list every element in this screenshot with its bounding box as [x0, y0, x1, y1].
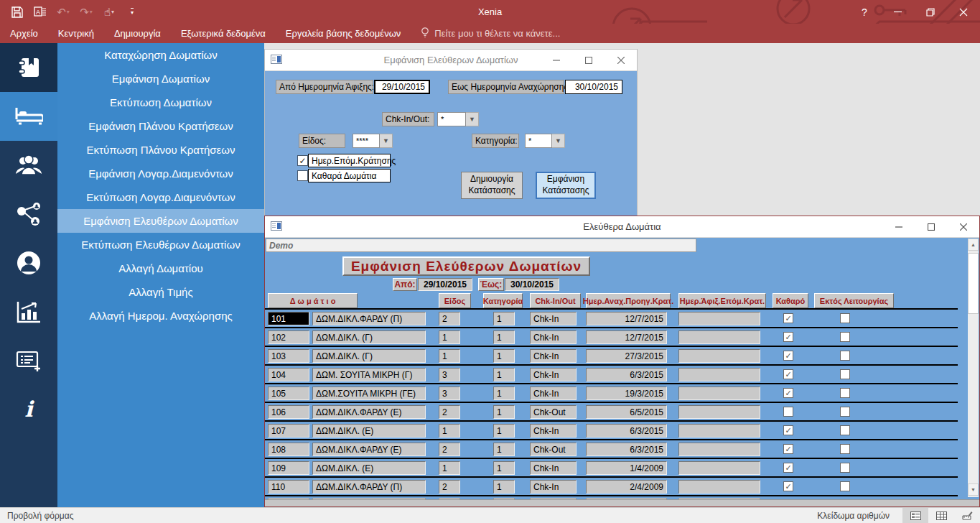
out-of-service-checkbox[interactable] — [840, 425, 850, 435]
report-close-button[interactable] — [947, 216, 979, 238]
room-name-field[interactable]: ΔΩΜ.ΣΟΥΙΤΑ ΜΙΚΡΗ (ΓΕ) — [312, 387, 426, 400]
clean-checkbox[interactable]: ✓ — [783, 332, 793, 342]
room-category-field[interactable]: 1 — [493, 480, 515, 494]
room-type-field[interactable]: 1 — [439, 349, 460, 363]
clean-checkbox[interactable]: ✓ — [783, 425, 793, 435]
room-type-field[interactable]: 2 — [439, 443, 460, 456]
room-number-field[interactable]: 102 — [268, 330, 309, 344]
share-icon[interactable] — [0, 190, 57, 239]
chk-in-out-field[interactable]: Chk-In — [530, 330, 577, 344]
room-category-field[interactable]: 1 — [493, 443, 515, 456]
person-icon[interactable] — [0, 239, 57, 287]
room-name-field[interactable]: ΔΩΜ.ΔΙΚΛ.ΦΑΡΔΥ (Ε) — [312, 443, 426, 456]
chevron-down-icon[interactable]: ▼ — [380, 134, 393, 148]
nav-item-8[interactable]: Εκτύπωση Ελευθέρων Δωματίων — [57, 233, 264, 256]
nav-item-7[interactable]: Εμφάνιση Ελευθέρων Δωματίων — [57, 209, 264, 233]
guests-icon[interactable] — [0, 141, 57, 190]
next-arrival-date-field[interactable] — [678, 330, 760, 344]
nav-item-11[interactable]: Αλλαγή Ημερομ. Αναχώρησης — [57, 304, 264, 328]
room-name-field[interactable]: ΔΩΜ.ΔΙΚΛ. (Γ) — [312, 349, 426, 363]
chk-in-out-field[interactable]: Chk-In — [530, 312, 577, 325]
datasheet-view-icon[interactable] — [928, 508, 954, 523]
undo-icon[interactable]: ↶▾ — [53, 3, 73, 22]
out-of-service-checkbox[interactable] — [840, 407, 850, 417]
stats-icon[interactable] — [0, 287, 57, 336]
next-arrival-date-field[interactable] — [678, 368, 760, 381]
nav-item-10[interactable]: Αλλαγή Τιμής — [57, 280, 264, 304]
chk-in-out-field[interactable]: Chk-In — [530, 424, 577, 438]
room-type-field[interactable]: 1 — [439, 330, 460, 344]
room-name-field[interactable]: ΔΩΜ.ΔΙΚΛ.ΦΑΡΔΥ (Ε) — [312, 405, 426, 419]
prev-departure-date-field[interactable]: 6/3/2015 — [586, 368, 667, 381]
ribbon-tab-4[interactable]: Εργαλεία βάσης δεδομένων — [276, 24, 411, 43]
category-combo[interactable]: *▼ — [525, 134, 565, 148]
vertical-scrollbar[interactable]: ▲ ▼ — [968, 239, 979, 497]
room-number-field[interactable]: 105 — [268, 387, 309, 400]
clean-checkbox[interactable]: ✓ — [783, 388, 793, 398]
room-name-field[interactable]: ΔΩΜ.ΔΙΚΛ.ΦΑΡΔΥ (Π) — [312, 480, 426, 494]
chk-in-out-field[interactable]: Chk-In — [530, 368, 577, 381]
next-arrival-date-field[interactable] — [678, 405, 760, 419]
next-arrival-date-field[interactable] — [678, 387, 760, 400]
customize-qat-icon[interactable]: ▾ — [122, 3, 142, 22]
room-type-field[interactable]: 1 — [439, 461, 460, 475]
next-arrival-date-field[interactable] — [678, 312, 760, 325]
room-number-field[interactable]: 101 — [268, 312, 309, 325]
demo-field[interactable]: Demo — [266, 239, 696, 252]
out-of-service-checkbox[interactable] — [840, 332, 850, 342]
room-category-field[interactable]: 1 — [493, 387, 515, 400]
room-name-field[interactable]: ΔΩΜ.ΔΙΚΛ. (Ε) — [312, 461, 426, 475]
room-category-field[interactable]: 1 — [493, 461, 515, 475]
room-number-field[interactable]: 107 — [268, 424, 309, 438]
room-category-field[interactable]: 1 — [493, 368, 515, 381]
to-date-input[interactable]: 30/10/2015 — [565, 80, 622, 94]
prev-departure-date-field[interactable]: 19/3/2015 — [586, 387, 667, 400]
room-number-field[interactable]: 109 — [268, 461, 309, 475]
prev-departure-date-field[interactable]: 27/3/2015 — [586, 349, 667, 363]
clean-checkbox[interactable]: ✓ — [783, 444, 793, 454]
chevron-down-icon[interactable]: ▼ — [552, 134, 565, 148]
restore-button[interactable] — [914, 0, 947, 24]
room-type-field[interactable]: 1 — [439, 424, 460, 438]
scroll-down-icon[interactable]: ▼ — [968, 483, 979, 496]
clean-checkbox[interactable]: ✓ — [783, 481, 793, 491]
clean-checkbox[interactable]: ✓ — [783, 313, 793, 323]
nav-item-4[interactable]: Εκτύπωση Πλάνου Κρατήσεων — [57, 138, 264, 162]
out-of-service-checkbox[interactable] — [840, 444, 850, 454]
room-type-field[interactable]: 2 — [439, 480, 460, 494]
prev-departure-date-field[interactable]: 6/3/2015 — [586, 443, 667, 456]
form-new-icon[interactable] — [0, 336, 57, 385]
report-maximize-button[interactable] — [915, 216, 947, 238]
nav-item-9[interactable]: Αλλαγή Δωματίου — [57, 256, 264, 280]
from-date-input[interactable]: 29/10/2015 — [374, 80, 430, 94]
prev-departure-date-field[interactable]: 6/5/2015 — [586, 405, 667, 419]
prev-departure-date-field[interactable]: 12/7/2015 — [586, 312, 667, 325]
scroll-up-icon[interactable]: ▲ — [968, 239, 979, 251]
book-icon[interactable] — [0, 43, 57, 92]
prev-departure-date-field[interactable]: 2/4/2009 — [586, 480, 667, 494]
room-category-field[interactable]: 1 — [493, 330, 515, 344]
out-of-service-checkbox[interactable] — [840, 463, 850, 473]
bed-icon[interactable] — [0, 92, 57, 141]
room-category-field[interactable]: 1 — [493, 349, 515, 363]
scrollbar-thumb[interactable] — [968, 253, 979, 314]
nav-item-1[interactable]: Εμφάνιση Δωματίων — [57, 67, 264, 91]
out-of-service-checkbox[interactable] — [840, 388, 850, 398]
room-type-field[interactable]: 2 — [439, 405, 460, 419]
create-report-button[interactable]: Δημιουργία Κατάστασης — [461, 172, 523, 199]
clean-checkbox[interactable]: ✓ — [783, 351, 793, 361]
next-arrival-date-field[interactable] — [678, 480, 760, 494]
chk-in-out-field[interactable]: Chk-In — [530, 461, 577, 475]
out-of-service-checkbox[interactable] — [840, 369, 850, 379]
room-number-field[interactable]: 106 — [268, 405, 309, 419]
prev-departure-date-field[interactable]: 1/4/2009 — [586, 461, 667, 475]
prev-departure-date-field[interactable]: 12/7/2015 — [586, 330, 667, 344]
room-category-field[interactable]: 1 — [493, 424, 515, 438]
room-type-combo[interactable]: ****▼ — [353, 134, 393, 148]
next-arrival-date-field[interactable] — [678, 424, 760, 438]
chk-in-out-field[interactable]: Chk-Out — [530, 443, 577, 456]
out-of-service-checkbox[interactable] — [840, 313, 850, 323]
nav-item-5[interactable]: Εμφάνιση Λογαρ.Διαμενόντων — [57, 162, 264, 185]
report-minimize-button[interactable] — [882, 216, 915, 238]
minimize-button[interactable] — [881, 0, 914, 24]
